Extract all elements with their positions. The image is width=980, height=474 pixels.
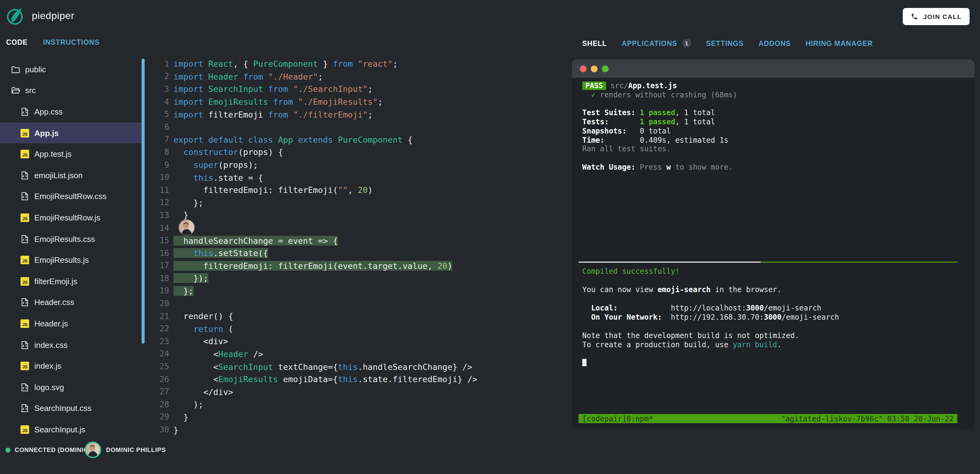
join-call-button[interactable]: JOIN CALL — [903, 8, 970, 25]
tab-settings[interactable]: SETTINGS — [706, 40, 744, 47]
terminal-line: Time: 0.409s, estimated 1s — [582, 136, 737, 145]
line-number: 17 — [147, 261, 169, 270]
workspace-tabs: CODEINSTRUCTIONS — [6, 39, 100, 46]
collaborator-cursor-avatar — [179, 220, 194, 235]
code-line: 19 }; — [147, 284, 569, 297]
tree-item-EmojiResults.css[interactable]: EmojiResults.css — [0, 228, 143, 250]
terminal-line: Snapshots: 0 total — [582, 127, 737, 136]
piedpiper-logo — [6, 7, 24, 25]
tab-addons[interactable]: ADDONS — [759, 40, 791, 47]
code-icon — [20, 234, 29, 244]
folder-icon — [10, 65, 20, 75]
code-line: 9 super(props); — [147, 159, 569, 171]
terminal-line — [582, 154, 737, 163]
tree-item-emojiList.json[interactable]: emojiList.json — [0, 165, 143, 186]
user-avatar — [84, 442, 101, 458]
code-line: 27 </div> — [147, 385, 569, 398]
file-name: EmojiResultRow.css — [34, 192, 107, 201]
tree-item-index.js[interactable]: JSindex.js — [0, 355, 143, 377]
file-name: index.js — [34, 361, 61, 371]
svg-text:JS: JS — [22, 428, 27, 433]
code-line: 30} — [147, 423, 569, 436]
file-tree-scrollbar[interactable] — [142, 59, 144, 344]
tree-item-index.css[interactable]: index.css — [0, 334, 143, 355]
terminal-titlebar — [572, 59, 975, 78]
file-name: EmojiResultRow.js — [34, 213, 100, 222]
tree-item-Header.js[interactable]: JSHeader.js — [0, 313, 143, 334]
tree-item-filterEmoji.js[interactable]: JSfilterEmoji.js — [0, 271, 143, 292]
user-name-label: DOMINIC PHILLIPS — [106, 446, 166, 453]
line-number: 26 — [147, 374, 169, 384]
line-number: 24 — [147, 349, 169, 358]
line-number: 7 — [147, 135, 169, 144]
file-name: Header.js — [34, 319, 68, 328]
file-tree: publicsrcApp.cssJSApp.jsJSApp.test.jsemo… — [0, 59, 143, 436]
tree-item-Header.css[interactable]: Header.css — [0, 292, 143, 313]
terminal-line: To create a production build, use yarn b… — [582, 341, 839, 350]
tab-badge: 1 — [682, 39, 691, 48]
terminal-line: Tests: 1 passed, 1 total — [582, 117, 737, 127]
connection-status-label: CONNECTED (DOMINIC) — [15, 446, 91, 453]
tree-item-EmojiResultRow.css[interactable]: EmojiResultRow.css — [0, 186, 143, 207]
line-number: 22 — [147, 324, 169, 333]
file-name: Header.css — [34, 298, 74, 307]
line-number: 25 — [147, 362, 169, 371]
tab-label: APPLICATIONS — [622, 40, 677, 47]
tree-item-EmojiResults.js[interactable]: JSEmojiResults.js — [0, 250, 143, 271]
code-icon — [20, 298, 29, 308]
file-name: emojiList.json — [34, 171, 83, 180]
line-number: 20 — [147, 299, 169, 308]
tab-label: SETTINGS — [706, 40, 744, 47]
tree-item-SearchInput.css[interactable]: SearchInput.css — [0, 398, 143, 419]
tab-instructions[interactable]: INSTRUCTIONS — [43, 39, 100, 46]
tab-shell[interactable]: SHELL — [582, 40, 607, 47]
tab-code[interactable]: CODE — [6, 39, 27, 46]
file-name: App.css — [34, 107, 63, 116]
tree-item-SearchInput.js[interactable]: JSSearchInput.js — [0, 419, 143, 436]
file-name: filterEmoji.js — [34, 276, 77, 286]
code-line: 13 } — [147, 209, 569, 221]
tab-label: HIRING MANAGER — [806, 40, 873, 47]
online-status-icon — [5, 448, 10, 453]
code-line: 6 — [147, 120, 569, 133]
code-line: 14 — [147, 221, 569, 234]
code-line: 17 filteredEmoji: filterEmoji(event.targ… — [147, 259, 569, 272]
tree-item-public[interactable]: public — [0, 59, 143, 80]
minimize-icon — [591, 65, 598, 72]
file-name: SearchInput.css — [34, 404, 91, 413]
tree-item-src[interactable]: src — [0, 80, 143, 101]
line-number: 11 — [147, 185, 169, 195]
code-line: 10 this.state = { — [147, 171, 569, 184]
code-icon — [20, 171, 29, 180]
svg-text:JS: JS — [22, 279, 27, 284]
code-icon — [20, 404, 29, 414]
jest-output: PASS src/App.test.js ✓ renders without c… — [582, 81, 737, 172]
dev-server-output: Compiled successfully!You can now view e… — [582, 267, 839, 368]
code-line: 26 <EmojiResults emojiData={this.state.f… — [147, 373, 569, 385]
tree-item-App.css[interactable]: App.css — [0, 101, 143, 122]
code-line: 12 }; — [147, 196, 569, 209]
line-number: 12 — [147, 198, 169, 207]
close-icon — [580, 65, 587, 72]
code-line: 28 ); — [147, 398, 569, 411]
codepair-app: piedpiper JOIN CALL CODEINSTRUCTIONS SHE… — [0, 0, 980, 474]
code-icon — [20, 192, 29, 201]
tab-label: ADDONS — [759, 40, 791, 47]
terminal[interactable]: PASS src/App.test.js ✓ renders without c… — [572, 78, 975, 429]
js-icon: JS — [20, 213, 29, 223]
svg-text:JS: JS — [22, 216, 27, 221]
tree-item-App.test.js[interactable]: JSApp.test.js — [0, 144, 143, 165]
code-editor[interactable]: 1import React, { PureComponent } from "r… — [147, 57, 569, 439]
svg-text:JS: JS — [22, 132, 27, 136]
tree-item-EmojiResultRow.js[interactable]: JSEmojiResultRow.js — [0, 207, 143, 228]
file-name: SearchInput.js — [34, 425, 85, 434]
file-name: public — [25, 65, 46, 74]
svg-text:JS: JS — [22, 365, 27, 369]
app-title: piedpiper — [32, 10, 75, 21]
file-name: logo.svg — [34, 382, 64, 392]
tab-applications[interactable]: APPLICATIONS1 — [622, 39, 691, 48]
tab-hiring-manager[interactable]: HIRING MANAGER — [806, 40, 873, 47]
tree-item-logo.svg[interactable]: logo.svg — [0, 377, 143, 398]
tree-item-App.js[interactable]: JSApp.js — [0, 122, 143, 144]
line-number: 15 — [147, 236, 169, 245]
